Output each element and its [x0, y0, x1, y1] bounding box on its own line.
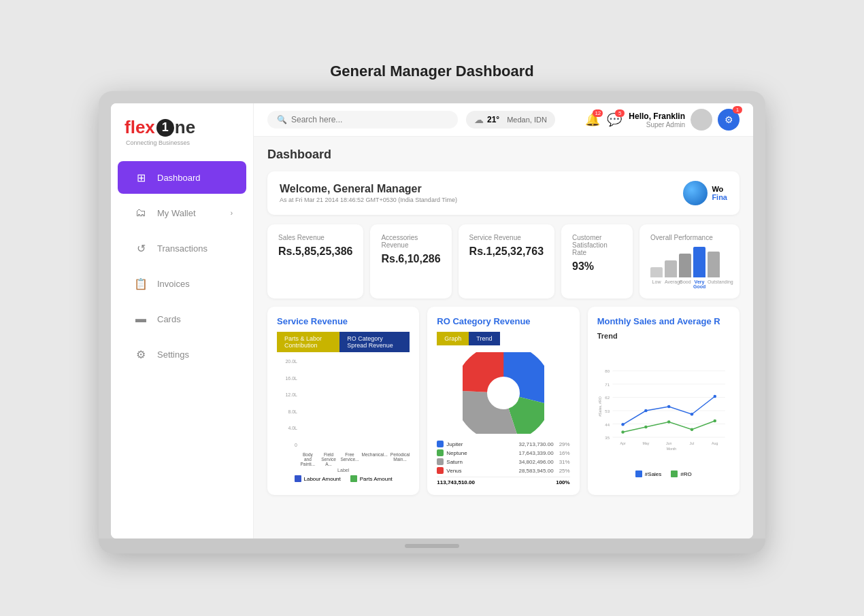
stat-card-accessories: Accessories Revenue Rs.6,10,286: [370, 224, 451, 298]
logo-flex-text: flex: [124, 117, 155, 138]
sidebar-label-invoices: Invoices: [157, 279, 190, 289]
svg-text:Jun: Jun: [666, 441, 672, 445]
dashboard-icon: ⊞: [131, 168, 150, 187]
svg-point-3: [471, 360, 536, 426]
user-text: Hello, Franklin Super Admin: [629, 112, 685, 129]
settings-button[interactable]: ⚙ 1: [718, 109, 740, 131]
welcome-subtitle: As at Fri Mar 21 2014 18:46:52 GMT+0530 …: [280, 196, 457, 203]
sidebar-label-wallet: My Wallet: [157, 208, 196, 218]
sidebar-label-transactions: Transactions: [157, 243, 207, 254]
world-label: Wo Fina: [712, 185, 727, 201]
tab-parts-labor[interactable]: Parts & Labor Contribution: [277, 332, 339, 352]
stat-value-sales: Rs.5,85,25,386: [278, 245, 352, 258]
sidebar-item-settings[interactable]: ⚙ Settings: [118, 338, 246, 371]
user-name: Hello, Franklin: [629, 112, 685, 121]
svg-point-20: [690, 413, 693, 416]
sidebar-label-dashboard: Dashboard: [157, 173, 201, 183]
stat-label-service: Service Revenue: [469, 234, 544, 241]
sidebar-item-transactions[interactable]: ↺ Transactions: [118, 232, 246, 264]
tab-trend[interactable]: Trend: [469, 332, 499, 345]
search-input[interactable]: [291, 115, 448, 124]
charts-row: Service Revenue Parts & Labor Contributi…: [267, 307, 740, 495]
app-container: flex 1 ne Connecting Businesses ⊞ Dashbo…: [111, 103, 753, 538]
perf-label-low: Low: [650, 279, 663, 289]
svg-point-26: [713, 420, 716, 423]
legend-sales: #Sales: [635, 470, 661, 477]
monthly-sales-chart: Monthly Sales and Average R Trend: [588, 307, 740, 495]
page-title: General Manager Dashboard: [330, 63, 534, 80]
chat-button[interactable]: 💬 5: [607, 112, 622, 127]
svg-text:Month: Month: [666, 447, 676, 451]
perf-label-avg: Average: [665, 279, 677, 289]
monthly-trend-label: Trend: [597, 332, 730, 340]
svg-point-25: [690, 428, 693, 432]
search-bar[interactable]: 🔍: [267, 111, 458, 129]
svg-text:53: 53: [605, 409, 610, 413]
perf-label-out: Outstanding: [708, 279, 720, 289]
laptop-base: [99, 538, 765, 553]
tab-ro-spread[interactable]: RO Category Spread Revenue: [339, 332, 410, 352]
svg-point-24: [667, 420, 671, 424]
pie-pct-neptune: 16%: [559, 450, 570, 456]
sidebar-label-cards: Cards: [157, 314, 181, 324]
sidebar-item-cards[interactable]: ▬ Cards: [118, 303, 246, 335]
notification-bell[interactable]: 🔔 12: [585, 112, 600, 127]
pie-total-pct: 100%: [556, 479, 569, 485]
transactions-icon: ↺: [131, 239, 150, 258]
stat-card-sales: Sales Revenue Rs.5,85,25,386: [267, 224, 363, 298]
xlabel-3: Free Service...: [340, 452, 359, 466]
gear-icon: ⚙: [725, 114, 733, 125]
service-revenue-title: Service Revenue: [277, 316, 410, 326]
monthly-sales-title: Monthly Sales and Average R: [597, 316, 730, 326]
wallet-icon: 🗂: [131, 203, 150, 222]
world-indicator: Wo Fina: [683, 181, 727, 205]
bar-groups: [299, 359, 410, 446]
pie-total-value: 113,743,510.00: [437, 479, 475, 485]
perf-label-good: Good: [679, 279, 691, 289]
ro-dot: [671, 470, 678, 477]
invoices-icon: 📋: [131, 274, 150, 293]
search-icon: 🔍: [277, 115, 287, 124]
svg-point-21: [713, 395, 716, 398]
logo-ne: ne: [175, 117, 195, 138]
main-content: Dashboard Welcome, General Manager As at…: [254, 137, 753, 538]
cloud-icon: ☁: [474, 114, 484, 125]
sidebar-item-invoices[interactable]: 📋 Invoices: [118, 267, 246, 300]
svg-text:May: May: [642, 441, 649, 445]
xlabel-5: Periodical Main...: [391, 452, 410, 466]
svg-text:Apr: Apr: [620, 441, 625, 445]
stat-label-accessories: Accessories Revenue: [381, 234, 440, 249]
sidebar-item-wallet[interactable]: 🗂 My Wallet ›: [118, 196, 246, 229]
perf-bar-verygood: [693, 247, 705, 277]
svg-text:35: 35: [605, 436, 610, 440]
legend-sales-label: #Sales: [645, 471, 661, 477]
legend-parts-label: Parts Amount: [360, 476, 393, 482]
sales-dot: [635, 470, 642, 477]
settings-badge: 1: [733, 106, 742, 114]
svg-point-19: [667, 405, 671, 409]
weather-temp: 21°: [487, 115, 499, 124]
line-chart-legend: #Sales #RO: [597, 470, 730, 477]
svg-point-17: [621, 423, 625, 426]
chat-badge: 5: [615, 109, 625, 117]
legend-ro: #RO: [671, 470, 691, 477]
legend-labour: Labour Amount: [295, 475, 341, 482]
xlabel-2: Field Service A...: [320, 452, 338, 466]
welcome-text: Welcome, General Manager As at Fri Mar 2…: [280, 183, 457, 203]
bell-badge: 12: [593, 109, 603, 117]
pie-row-saturn: Saturn 34,802,496.00 31%: [437, 458, 569, 465]
svg-text:71: 71: [605, 383, 610, 387]
pie-pct-saturn: 31%: [559, 459, 570, 465]
avatar: [691, 109, 712, 131]
weather-location: Medan, IDN: [507, 116, 547, 124]
pie-pct-venus: 25%: [559, 468, 570, 474]
tab-graph[interactable]: Graph: [437, 332, 469, 345]
pie-name-saturn: Saturn: [446, 459, 516, 465]
perf-bar-low: [650, 267, 663, 277]
parts-dot: [350, 475, 357, 482]
bar-chart-yaxis: 20.0L 16.0L 12.0L 8.0L 4.0L 0: [277, 359, 297, 447]
logo-tagline: Connecting Businesses: [126, 139, 239, 146]
perf-labels: Low Average Good Very Good Outstanding: [650, 279, 729, 289]
x-axis-label: Label: [277, 468, 410, 473]
sidebar-item-dashboard[interactable]: ⊞ Dashboard: [118, 161, 246, 194]
